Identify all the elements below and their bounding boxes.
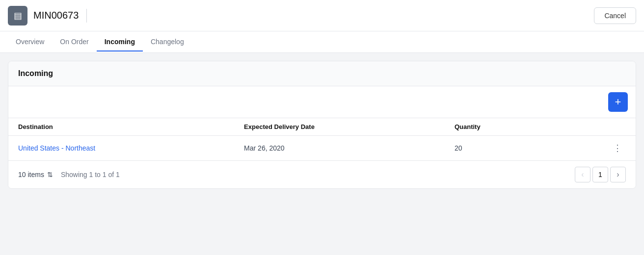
card-header: Incoming	[8, 61, 636, 86]
card-footer: 10 items ⇅ Showing 1 to 1 of 1 ‹ 1 ›	[8, 160, 636, 188]
tab-overview[interactable]: Overview	[8, 33, 52, 51]
header-divider	[86, 9, 87, 23]
items-per-page-chevron-icon: ⇅	[47, 171, 53, 178]
pagination: ‹ 1 ›	[575, 167, 626, 182]
tab-incoming[interactable]: Incoming	[97, 33, 143, 51]
col-expected-delivery: Expected Delivery Date	[234, 118, 445, 136]
main-content: Incoming + Destination Expected Delivery…	[0, 53, 644, 255]
tabs-nav: Overview On Order Incoming Changelog	[0, 31, 644, 53]
plus-icon: +	[615, 97, 621, 107]
chevron-left-icon: ‹	[581, 170, 584, 179]
col-quantity: Quantity	[445, 118, 551, 136]
card-title: Incoming	[18, 69, 53, 77]
header: ▤ MIN00673 Cancel	[0, 0, 644, 31]
destination-link[interactable]: United States - Northeast	[18, 144, 95, 152]
cell-delivery-date: Mar 26, 2020	[234, 136, 445, 161]
col-actions	[551, 118, 636, 136]
chevron-right-icon: ›	[617, 170, 619, 179]
document-title: MIN00673	[33, 10, 79, 21]
add-button[interactable]: +	[608, 92, 628, 112]
incoming-table: Destination Expected Delivery Date Quant…	[8, 118, 636, 160]
prev-page-button[interactable]: ‹	[575, 167, 590, 182]
tab-on-order[interactable]: On Order	[52, 33, 96, 51]
cell-quantity: 20	[445, 136, 551, 161]
cell-row-actions: ⋮	[551, 136, 636, 161]
header-icon: ▤	[8, 6, 27, 26]
cell-destination: United States - Northeast	[8, 136, 234, 161]
tab-changelog[interactable]: Changelog	[143, 33, 192, 51]
current-page-number: 1	[592, 167, 608, 182]
showing-text: Showing 1 to 1 of 1	[61, 171, 120, 178]
row-actions-button[interactable]: ⋮	[609, 141, 626, 155]
items-per-page-label: 10 items	[18, 171, 44, 178]
card-toolbar: +	[8, 86, 636, 118]
table-row: United States - Northeast Mar 26, 2020 2…	[8, 136, 636, 161]
col-destination: Destination	[8, 118, 234, 136]
cancel-button[interactable]: Cancel	[594, 7, 636, 24]
next-page-button[interactable]: ›	[610, 167, 626, 182]
incoming-card: Incoming + Destination Expected Delivery…	[8, 61, 636, 189]
items-per-page-selector[interactable]: 10 items ⇅	[18, 171, 53, 178]
